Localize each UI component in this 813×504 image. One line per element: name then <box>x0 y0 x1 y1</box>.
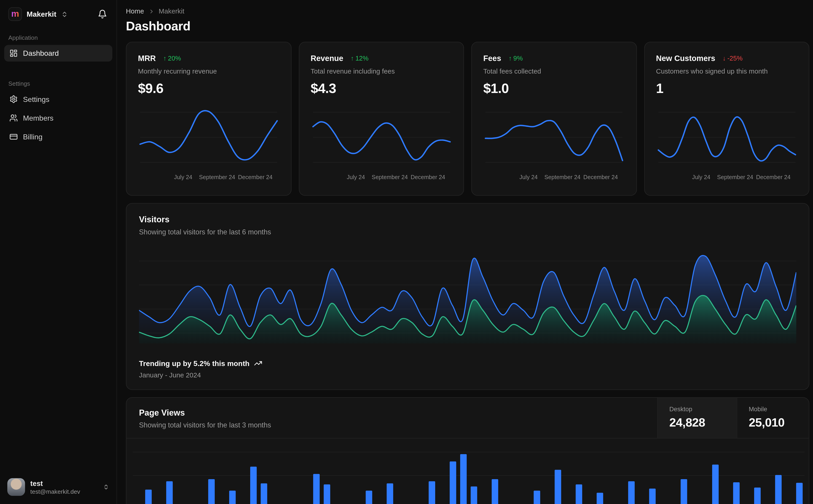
x-axis-labels: July 24September 24December 24 <box>656 174 797 182</box>
page-views-subtitle: Showing total visitors for the last 3 mo… <box>139 421 645 429</box>
sidebar-item-dashboard[interactable]: Dashboard <box>4 45 112 61</box>
visitors-trend-text: Trending up by 5.2% this month <box>139 359 250 368</box>
chevrons-up-down-icon <box>103 484 109 490</box>
sidebar: m Makerkit Application Dashboard <box>0 0 117 504</box>
nav-section-label-application: Application <box>4 31 112 45</box>
trend-badge: ↑12% <box>351 55 368 62</box>
stat-card-revenue: Revenue ↑12% Total revenue including fee… <box>299 42 464 196</box>
stat-title: New Customers <box>656 54 715 63</box>
sidebar-item-settings[interactable]: Settings <box>4 91 112 108</box>
new-customers-line-chart <box>656 103 797 172</box>
stat-card-mrr: MRR ↑20% Monthly recurring revenue $9.6 … <box>126 42 291 196</box>
stat-card-fees: Fees ↑9% Total fees collected $1.0 July … <box>471 42 637 196</box>
chevron-right-icon <box>148 8 154 14</box>
notifications-button[interactable] <box>97 8 108 20</box>
stat-card-new-customers: New Customers ↓-25% Customers who signed… <box>644 42 809 196</box>
page-views-title: Page Views <box>139 408 645 418</box>
bell-icon <box>98 9 107 19</box>
chevrons-up-down-icon <box>61 11 68 18</box>
visitors-card: Visitors Showing total visitors for the … <box>126 203 809 390</box>
app-window: m Makerkit Application Dashboard <box>0 0 813 504</box>
page-views-bar-chart <box>133 444 805 504</box>
visitors-footer: Trending up by 5.2% this month January -… <box>139 359 796 379</box>
sidebar-item-billing[interactable]: Billing <box>4 128 112 145</box>
dashboard-icon <box>9 49 18 58</box>
breadcrumb-current: Makerkit <box>159 7 184 15</box>
stat-value: 1 <box>656 80 797 97</box>
sidebar-item-label: Settings <box>23 95 50 103</box>
stat-subtitle: Total fees collected <box>483 67 625 75</box>
sidebar-item-members[interactable]: Members <box>4 110 112 126</box>
x-axis-labels: July 24September 24December 24 <box>483 174 625 182</box>
workspace-switcher[interactable]: m Makerkit <box>8 7 68 21</box>
trend-arrow-icon: ↑ <box>508 55 511 62</box>
trend-arrow-icon: ↑ <box>351 55 354 62</box>
user-menu[interactable]: test test@makerkit.dev <box>0 472 116 504</box>
stat-cards-row: MRR ↑20% Monthly recurring revenue $9.6 … <box>126 42 809 196</box>
stat-value: $1.0 <box>483 80 625 97</box>
desktop-total: 24,828 <box>669 416 737 430</box>
workspace-name: Makerkit <box>27 10 56 18</box>
trend-badge: ↑9% <box>508 55 522 62</box>
credit-card-icon <box>9 133 18 141</box>
user-email: test@makerkit.dev <box>30 488 98 494</box>
stat-title: MRR <box>138 54 156 63</box>
stat-subtitle: Total revenue including fees <box>311 67 452 75</box>
visitors-title: Visitors <box>139 215 796 224</box>
revenue-line-chart <box>311 103 452 172</box>
sidebar-item-label: Billing <box>23 133 43 141</box>
stat-value: $9.6 <box>138 80 279 97</box>
makerkit-logo: m <box>8 7 22 21</box>
trend-badge: ↑20% <box>163 55 181 62</box>
visitors-date-range: January - June 2024 <box>139 371 796 379</box>
sidebar-nav: Application Dashboard Settings Settings <box>0 26 116 472</box>
sidebar-item-label: Members <box>23 114 53 122</box>
breadcrumb-home-link[interactable]: Home <box>126 7 144 15</box>
nav-section-label-settings: Settings <box>4 77 112 91</box>
trend-arrow-icon: ↑ <box>163 55 166 62</box>
page-views-header: Page Views Showing total visitors for th… <box>126 398 809 438</box>
stat-subtitle: Monthly recurring revenue <box>138 67 279 75</box>
trending-up-icon <box>254 359 262 368</box>
gear-icon <box>9 95 18 103</box>
trend-arrow-icon: ↓ <box>723 55 726 62</box>
page-views-card: Page Views Showing total visitors for th… <box>126 397 809 504</box>
x-axis-labels: July 24September 24December 24 <box>138 174 279 182</box>
x-axis-labels: July 24September 24December 24 <box>311 174 452 182</box>
visitors-area-chart <box>139 244 796 349</box>
toggle-desktop[interactable]: Desktop 24,828 <box>657 398 737 438</box>
toggle-mobile[interactable]: Mobile 25,010 <box>737 398 809 438</box>
mrr-line-chart <box>138 103 279 172</box>
breadcrumb: Home Makerkit <box>126 7 809 15</box>
main-content: Home Makerkit Dashboard MRR ↑20% Monthly… <box>117 0 813 504</box>
user-name: test <box>30 479 98 487</box>
visitors-subtitle: Showing total visitors for the last 6 mo… <box>139 228 796 236</box>
stat-title: Revenue <box>311 54 343 63</box>
logo-letter: m <box>11 9 19 18</box>
sidebar-item-label: Dashboard <box>23 49 59 58</box>
sidebar-header: m Makerkit <box>0 0 116 26</box>
fees-line-chart <box>483 103 625 172</box>
trend-badge: ↓-25% <box>723 55 743 62</box>
page-title: Dashboard <box>126 19 809 33</box>
avatar <box>7 478 25 496</box>
users-icon <box>9 114 18 122</box>
mobile-total: 25,010 <box>749 416 809 430</box>
stat-title: Fees <box>483 54 501 63</box>
stat-value: $4.3 <box>311 80 452 97</box>
stat-subtitle: Customers who signed up this month <box>656 67 797 75</box>
